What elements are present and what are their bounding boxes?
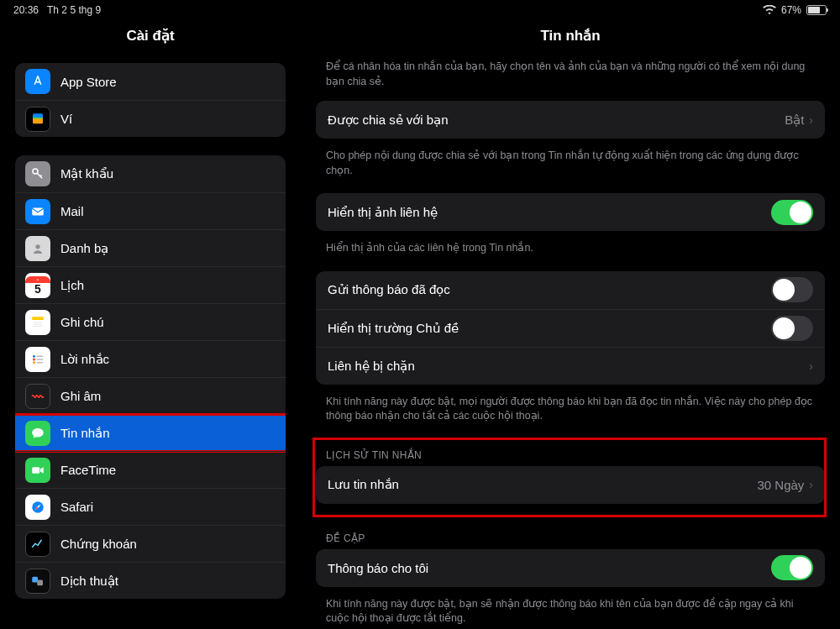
wifi-icon [763, 5, 776, 15]
row-shared-with-you[interactable]: Được chia sẻ với bạn Bật › [316, 101, 825, 139]
group-shared: Được chia sẻ với bạn Bật › [316, 101, 825, 139]
mail-icon [25, 199, 50, 224]
wallet-icon [25, 107, 50, 132]
svg-point-5 [35, 244, 39, 249]
sidebar-group-1: App Store Ví [15, 63, 286, 137]
status-time: 20:36 [13, 4, 39, 16]
sidebar-item-label: Safari [60, 500, 276, 514]
detail-panel: Tin nhắn Để cá nhân hóa tin nhắn của bạn… [301, 20, 840, 629]
row-show-contact-photos[interactable]: Hiển thị ảnh liên hệ [316, 193, 825, 231]
status-date: Th 2 5 thg 9 [47, 4, 101, 16]
group-history: Lưu tin nhắn 30 Ngày › [316, 466, 825, 504]
sidebar-item-passwords[interactable]: Mật khẩu [15, 155, 286, 192]
sidebar-item-label: Ghi chú [60, 315, 276, 329]
chevron-right-icon: › [809, 359, 813, 373]
toggle-subject-field[interactable] [771, 316, 813, 341]
sidebar-item-label: Chứng khoán [60, 537, 276, 552]
reminders-icon [25, 347, 50, 372]
safari-icon [25, 495, 50, 520]
sidebar-item-label: Mail [60, 204, 276, 218]
sidebar-item-mail[interactable]: Mail [15, 192, 286, 229]
sidebar-item-label: Ví [60, 112, 276, 126]
sidebar-item-translate[interactable]: Dịch thuật [15, 562, 286, 599]
row-value: Bật [785, 113, 804, 128]
blocked-footer: Khi tính năng này được bật, mọi người đư… [316, 390, 825, 439]
svg-rect-11 [32, 467, 39, 474]
sidebar-title: Cài đặt [15, 27, 286, 45]
battery-pct: 67% [781, 4, 801, 16]
history-header: LỊCH SỬ TIN NHẮN [316, 444, 825, 466]
intro-text: Để cá nhân hóa tin nhắn của bạn, hãy chọ… [316, 60, 825, 101]
svg-rect-4 [32, 207, 44, 215]
contacts-icon [25, 236, 50, 261]
sidebar-item-appstore[interactable]: App Store [15, 63, 286, 100]
sidebar-item-label: Mật khẩu [60, 166, 276, 181]
group-mentions: Thông báo cho tôi [316, 549, 825, 587]
sidebar-item-label: Tin nhắn [60, 426, 276, 441]
svg-point-3 [33, 169, 38, 174]
sidebar-item-label: Lịch [60, 278, 276, 293]
sidebar-item-facetime[interactable]: FaceTime [15, 451, 286, 488]
sidebar-item-voicememos[interactable]: Ghi âm [15, 377, 286, 414]
sidebar-item-messages[interactable]: Tin nhắn [15, 414, 286, 451]
row-label: Được chia sẻ với bạn [328, 113, 785, 128]
translate-icon [25, 569, 50, 594]
svg-point-9 [33, 358, 35, 360]
row-label: Liên hệ bị chặn [328, 359, 809, 374]
notes-icon [25, 310, 50, 335]
row-label: Gửi thông báo đã đọc [328, 282, 771, 297]
toggle-show-photos[interactable] [771, 200, 813, 225]
row-label: Hiển thị trường Chủ đề [328, 321, 771, 336]
sidebar-item-stocks[interactable]: Chứng khoán [15, 525, 286, 562]
row-keep-messages[interactable]: Lưu tin nhắn 30 Ngày › [316, 466, 825, 504]
sidebar-item-wallet[interactable]: Ví [15, 100, 286, 137]
detail-title: Tin nhắn [301, 27, 840, 45]
sidebar-item-label: Dịch thuật [60, 574, 276, 589]
svg-rect-6 [32, 317, 44, 320]
calendar-icon: • 5 [25, 273, 50, 298]
facetime-icon [25, 458, 50, 483]
row-label: Hiển thị ảnh liên hệ [328, 205, 771, 220]
svg-point-8 [33, 354, 35, 357]
mentions-header: ĐỀ CẬP [316, 527, 825, 549]
row-label: Thông báo cho tôi [328, 561, 771, 575]
messages-icon [25, 421, 50, 446]
row-blocked-contacts[interactable]: Liên hệ bị chặn › [316, 347, 825, 385]
toggle-read-receipts[interactable] [771, 277, 813, 302]
row-value: 30 Ngày [757, 478, 804, 492]
row-subject-field[interactable]: Hiển thị trường Chủ đề [316, 309, 825, 347]
chevron-right-icon: › [809, 113, 813, 127]
show-photos-footer: Hiển thị ảnh của các liên hệ trong Tin n… [316, 236, 825, 271]
chevron-right-icon: › [809, 478, 813, 491]
svg-rect-13 [32, 576, 38, 582]
appstore-icon [25, 69, 50, 94]
group-show-photos: Hiển thị ảnh liên hệ [316, 193, 825, 231]
sidebar-group-2: Mật khẩu Mail Danh bạ • 5 Lịch [15, 155, 286, 599]
shared-footer: Cho phép nội dung được chia sẻ với bạn t… [316, 144, 825, 193]
sidebar-item-label: Ghi âm [60, 389, 276, 403]
notify-footer: Khi tính năng này được bật, bạn sẽ nhận … [316, 592, 825, 630]
row-notify-me[interactable]: Thông báo cho tôi [316, 549, 825, 587]
svg-point-10 [33, 361, 35, 364]
toggle-notify-me[interactable] [771, 555, 813, 580]
stocks-icon [25, 532, 50, 557]
key-icon [25, 161, 50, 186]
voice-icon [25, 384, 50, 409]
status-bar: 20:36 Th 2 5 thg 9 67% [0, 0, 840, 20]
sidebar-item-label: Danh bạ [60, 241, 276, 256]
sidebar-item-safari[interactable]: Safari [15, 488, 286, 525]
row-read-receipts[interactable]: Gửi thông báo đã đọc [316, 271, 825, 309]
sidebar-item-contacts[interactable]: Danh bạ [15, 229, 286, 266]
group-read-subject-blocked: Gửi thông báo đã đọc Hiển thị trường Chủ… [316, 271, 825, 385]
battery-icon [806, 5, 827, 15]
sidebar-item-reminders[interactable]: Lời nhắc [15, 340, 286, 377]
sidebar-item-notes[interactable]: Ghi chú [15, 303, 286, 340]
sidebar-item-label: Lời nhắc [60, 352, 276, 367]
svg-rect-14 [37, 579, 43, 585]
svg-rect-2 [33, 113, 43, 118]
sidebar-item-calendar[interactable]: • 5 Lịch [15, 266, 286, 303]
sidebar-item-label: App Store [60, 75, 276, 89]
row-label: Lưu tin nhắn [328, 477, 757, 492]
settings-sidebar: Cài đặt App Store Ví Mật khẩu [0, 20, 301, 629]
sidebar-item-label: FaceTime [60, 463, 276, 477]
